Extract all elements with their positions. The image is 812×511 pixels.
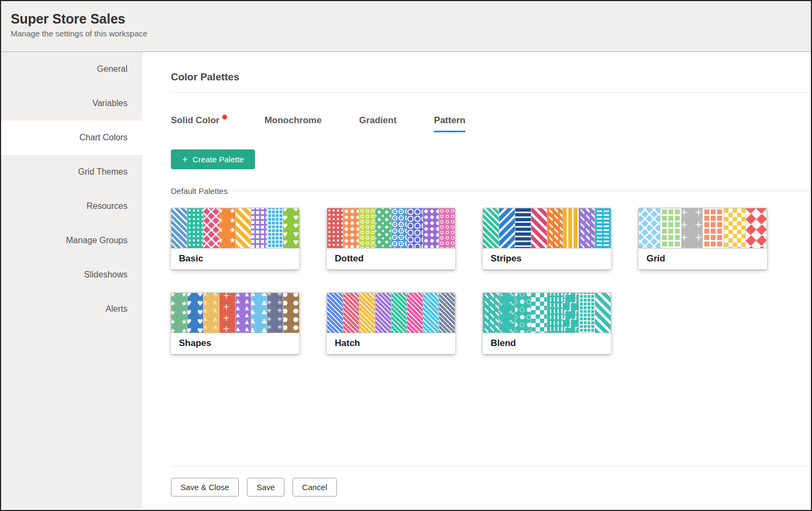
tab-solid-color[interactable]: Solid Color bbox=[171, 115, 227, 132]
pattern-swatch bbox=[483, 208, 499, 248]
sidebar-item-slideshows[interactable]: Slideshows bbox=[1, 258, 142, 292]
pattern-swatch bbox=[423, 293, 439, 333]
palette-swatch-strip: ∿ ∿ ∿ ∿ ∿ ∿ ∿ ∿ ∿ ∿ ∿ ∿ ∿ ∿ ∿ ∿ ∿ ∿ ∿ ∿ … bbox=[483, 292, 611, 333]
pattern-swatch bbox=[563, 208, 578, 248]
pattern-swatch bbox=[343, 293, 359, 333]
workspace-subtitle: Manage the settings of this workspace bbox=[11, 29, 811, 38]
pattern-swatch bbox=[407, 208, 423, 248]
palette-card-blend[interactable]: ∿ ∿ ∿ ∿ ∿ ∿ ∿ ∿ ∿ ∿ ∿ ∿ ∿ ∿ ∿ ∿ ∿ ∿ ∿ ∿ … bbox=[483, 292, 611, 354]
palette-name: Shapes bbox=[171, 333, 299, 354]
pattern-glyph-icon: ★ ★ ★ ★ ★ ★ ★ ★ ★ ★ ★ ★ ★ ★ ★ ★ ★ ★ ★ ★ … bbox=[171, 293, 187, 333]
pattern-swatch bbox=[392, 208, 407, 248]
sidebar-item-grid-themes[interactable]: Grid Themes bbox=[1, 155, 142, 189]
pattern-swatch bbox=[439, 293, 455, 333]
save-button[interactable]: Save bbox=[247, 478, 284, 497]
palette-name: Grid bbox=[638, 249, 767, 269]
sidebar-item-general[interactable]: General bbox=[1, 52, 142, 86]
pattern-swatch: ● ● ● ● ● ● ● ● ● ● ● ● ● ● ● ● ● ● ● ● … bbox=[283, 293, 299, 333]
tab-monochrome[interactable]: Monochrome bbox=[265, 115, 322, 132]
cancel-button[interactable]: Cancel bbox=[292, 478, 337, 497]
sidebar-item-resources[interactable]: Resources bbox=[1, 189, 142, 223]
tab-pattern[interactable]: Pattern bbox=[434, 115, 465, 132]
pattern-swatch: ♥ ♥ ♥ ♥ ♥ ♥ ♥ ♥ ♥ ♥ ♥ ♥ ♥ ♥ ♥ ♥ ♥ ♥ ♥ ♥ … bbox=[187, 293, 203, 333]
sidebar-item-manage-groups[interactable]: Manage Groups bbox=[1, 223, 142, 258]
pattern-swatch bbox=[204, 208, 219, 248]
palette-swatch-strip: ★ ★ ★ ★ ★ ★ ★ ★ ★ ★ ★ ★ ★ ★ ★ ★ ★ ★ ★ ★ … bbox=[171, 292, 299, 333]
pattern-swatch: ∧ ∧ ∧ ∧ ∧ ∧ ∧ ∧ ∧ ∧ ∧ ∧ ∧ ∧ ∧ ∧ ∧ ∧ ∧ ∧ … bbox=[204, 293, 219, 333]
pattern-swatch bbox=[660, 208, 681, 248]
palette-card-basic[interactable]: ★ ★ ★ ★ ★ ★ ★ ★ ★ ★ ★ ★ ★ ★ ★ ★ ★ ★ ★ ★ … bbox=[171, 208, 299, 269]
palette-swatch-strip bbox=[483, 208, 611, 249]
footer-divider bbox=[171, 466, 811, 467]
pattern-swatch bbox=[236, 208, 251, 248]
pattern-glyph-icon: ♣ ♣ ♣ ♣ ♣ ♣ ♣ ♣ ♣ ♣ ♣ ♣ ♣ ♣ ♣ ♣ ♣ ♣ ♣ ♣ … bbox=[251, 293, 267, 333]
palette-swatch-strip: ★ ★ ★ ★ ★ ★ ★ ★ ★ ★ ★ ★ ★ ★ ★ ★ ★ ★ ★ ★ … bbox=[171, 208, 299, 249]
pattern-swatch: ▲ ▲ ▲ ▲ ▲ ▲ ▲ ▲ ▲ ▲ ▲ ▲ ▲ ▲ ▲ ▲ ▲ ▲ ▲ ▲ … bbox=[236, 293, 251, 333]
tab-gradient[interactable]: Gradient bbox=[359, 115, 396, 132]
sidebar-item-variables[interactable]: Variables bbox=[1, 86, 142, 121]
sidebar-item-chart-colors[interactable]: Chart Colors bbox=[1, 121, 142, 155]
pattern-swatch bbox=[595, 293, 611, 333]
pattern-swatch bbox=[483, 293, 499, 333]
pattern-swatch bbox=[579, 208, 595, 248]
palette-card-dotted[interactable]: Dotted bbox=[327, 208, 455, 269]
palette-card-stripes[interactable]: Stripes bbox=[483, 208, 611, 269]
save-close-button[interactable]: Save & Close bbox=[171, 478, 239, 497]
pattern-swatch bbox=[547, 293, 563, 333]
footer-buttons: Save & CloseSaveCancel bbox=[171, 478, 811, 497]
tab-label: Solid Color bbox=[171, 115, 220, 125]
pattern-glyph-icon: ★ ★ ★ ★ ★ ★ ★ ★ ★ ★ ★ ★ ★ ★ ★ ★ ★ ★ ★ ★ … bbox=[220, 208, 235, 248]
pattern-swatch bbox=[499, 208, 515, 248]
pattern-swatch bbox=[359, 208, 375, 248]
page-title: Color Palettes bbox=[171, 71, 811, 83]
tab-label: Pattern bbox=[434, 115, 465, 125]
pattern-swatch bbox=[724, 208, 745, 248]
pattern-glyph-icon: ∿ ∿ ∿ ∿ ∿ ∿ ∿ ∿ ∿ ∿ ∿ ∿ ∿ ∿ ∿ ∿ ∿ ∿ ∿ ∿ … bbox=[499, 293, 515, 333]
pattern-swatch bbox=[579, 293, 595, 333]
pattern-swatch bbox=[531, 293, 547, 333]
pattern-glyph-icon: ▲ ▲ ▲ ▲ ▲ ▲ ▲ ▲ ▲ ▲ ▲ ▲ ▲ ▲ ▲ ▲ ▲ ▲ ▲ ▲ … bbox=[236, 293, 251, 333]
default-palettes-section: Default Palettes bbox=[171, 186, 811, 196]
pattern-swatch bbox=[359, 293, 375, 333]
pattern-swatch bbox=[171, 208, 187, 248]
tab-label: Gradient bbox=[359, 115, 396, 125]
pattern-swatch bbox=[746, 208, 766, 248]
section-label: Default Palettes bbox=[171, 186, 228, 196]
workspace-title: Super Store Sales bbox=[11, 11, 811, 27]
pattern-glyph-icon: ∧ ∧ ∧ ∧ ∧ ∧ ∧ ∧ ∧ ∧ ∧ ∧ ∧ ∧ ∧ ∧ ∧ ∧ ∧ ∧ … bbox=[204, 293, 219, 333]
workspace-header: Super Store Sales Manage the settings of… bbox=[1, 1, 811, 52]
sidebar-item-alerts[interactable]: Alerts bbox=[1, 292, 142, 326]
palette-type-tabs: Solid ColorMonochromeGradientPattern bbox=[171, 115, 811, 132]
pattern-swatch: ★ ★ ★ ★ ★ ★ ★ ★ ★ ★ ★ ★ ★ ★ ★ ★ ★ ★ ★ ★ … bbox=[220, 208, 235, 248]
palette-name: Hatch bbox=[327, 333, 455, 354]
pattern-swatch bbox=[251, 208, 267, 248]
pattern-glyph-icon: ● ● ● ● ● ● ● ● ● ● ● ● ● ● ● ● ● ● ● ● … bbox=[283, 293, 299, 333]
pattern-swatch: + + + + + + + + + + + + + + + + + + + + … bbox=[220, 293, 235, 333]
palette-swatch-strip: + + + + + + + + + + + + + + + + + + + + … bbox=[638, 208, 767, 249]
pattern-glyph-icon: ♥ ♥ ♥ ♥ ♥ ♥ ♥ ♥ ♥ ♥ ♥ ♥ ♥ ♥ ♥ ♥ ♥ ♥ ♥ ♥ … bbox=[187, 293, 203, 333]
plus-icon: + bbox=[182, 156, 188, 163]
pattern-swatch bbox=[392, 293, 407, 333]
pattern-swatch bbox=[267, 208, 283, 248]
settings-sidebar: GeneralVariablesChart ColorsGrid ThemesR… bbox=[1, 52, 142, 509]
pattern-swatch: ✳ ✳ ✳ ✳ ✳ ✳ ✳ ✳ ✳ ✳ ✳ ✳ ✳ ✳ ✳ ✳ ✳ ✳ ✳ ✳ … bbox=[267, 293, 283, 333]
pattern-glyph-icon: ┏┛┏┛┏┛┏┛┏┛┏┛┏┛┏┛┏┛┏┛┏┛┏┛┏┛┏┛┏┛┏┛┏┛┏┛┏┛┏┛… bbox=[563, 293, 578, 333]
palette-card-grid[interactable]: + + + + + + + + + + + + + + + + + + + + … bbox=[638, 208, 767, 269]
palette-name: Stripes bbox=[483, 249, 611, 269]
palette-card-hatch[interactable]: Hatch bbox=[327, 292, 455, 354]
unsaved-changes-dot-icon bbox=[222, 115, 227, 119]
pattern-swatch: ●○●○●○●○●○●○●○●○●○●○●○●○●○●○●○●○●○●○●○●○… bbox=[515, 293, 531, 333]
pattern-swatch: ∿ ∿ ∿ ∿ ∿ ∿ ∿ ∿ ∿ ∿ ∿ ∿ ∿ ∿ ∿ ∿ ∿ ∿ ∿ ∿ … bbox=[499, 293, 515, 333]
pattern-glyph-icon: ✳ ✳ ✳ ✳ ✳ ✳ ✳ ✳ ✳ ✳ ✳ ✳ ✳ ✳ ✳ ✳ ✳ ✳ ✳ ✳ … bbox=[267, 293, 283, 333]
tab-label: Monochrome bbox=[265, 115, 322, 125]
palette-card-shapes[interactable]: ★ ★ ★ ★ ★ ★ ★ ★ ★ ★ ★ ★ ★ ★ ★ ★ ★ ★ ★ ★ … bbox=[171, 292, 299, 354]
pattern-swatch: ┏┛┏┛┏┛┏┛┏┛┏┛┏┛┏┛┏┛┏┛┏┛┏┛┏┛┏┛┏┛┏┛┏┛┏┛┏┛┏┛… bbox=[563, 293, 578, 333]
palette-name: Blend bbox=[483, 333, 611, 354]
section-divider bbox=[234, 191, 811, 191]
pattern-swatch bbox=[375, 208, 391, 248]
create-palette-button[interactable]: + Create Palette bbox=[171, 149, 255, 169]
pattern-swatch bbox=[407, 293, 423, 333]
pattern-glyph-icon: + + + + + + + + + + + + + + + + + + + + … bbox=[682, 208, 703, 248]
pattern-swatch: ♥ ♥ ♥ ♥ ♥ ♥ ♥ ♥ ♥ ♥ ♥ ♥ ♥ ♥ ♥ ♥ ♥ ♥ ♥ ♥ … bbox=[283, 208, 299, 248]
pattern-swatch bbox=[639, 208, 660, 248]
